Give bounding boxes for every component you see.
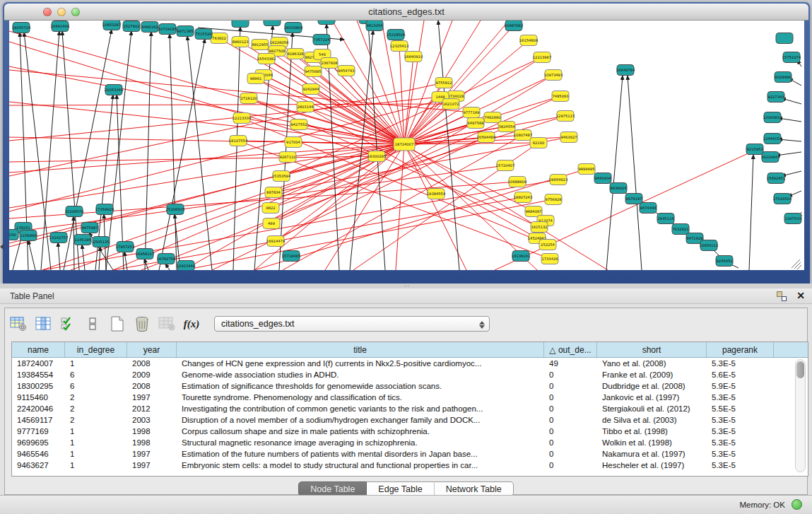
table-cell[interactable]: 5.3E-5 xyxy=(707,437,774,448)
table-row[interactable]: 1938455462009Genome-wide association stu… xyxy=(12,369,808,380)
graph-node[interactable]: 12325413 xyxy=(390,41,408,52)
graph-node[interactable]: 19384554 xyxy=(427,189,446,199)
table-cell[interactable]: 0 xyxy=(544,392,597,403)
graph-node[interactable]: 25206505 xyxy=(166,204,184,215)
table-cell[interactable]: Structural magnetic resonance image aver… xyxy=(177,437,544,448)
table-cell[interactable]: Dudbridge et al. (2008) xyxy=(597,380,707,392)
network-canvas[interactable]: 1872400718300295896012389129551822605898… xyxy=(9,21,804,270)
table-cell[interactable]: 6 xyxy=(65,380,127,392)
table-cell[interactable]: 5.3E-5 xyxy=(707,460,774,471)
table-cell[interactable]: 0 xyxy=(544,403,597,414)
graph-node[interactable]: 7632621 xyxy=(672,224,689,235)
select-columns-button[interactable] xyxy=(34,315,52,333)
table-cell[interactable]: 0 xyxy=(544,460,597,471)
network-window-titlebar[interactable]: citations_edges.txt xyxy=(4,4,808,21)
table-cell[interactable]: Jankovic et al. (1997) xyxy=(597,392,707,403)
graph-node[interactable]: 15751074 xyxy=(782,52,801,63)
graph-node[interactable]: 20887682 xyxy=(505,21,523,31)
graph-node[interactable]: 15718485 xyxy=(282,251,300,262)
graph-node[interactable]: 9756928 xyxy=(545,194,562,205)
table-cell[interactable]: Franke et al. (2009) xyxy=(597,369,707,380)
close-panel-icon[interactable]: ✕ xyxy=(796,290,805,301)
table-cell[interactable]: 1998 xyxy=(127,426,177,437)
graph-node[interactable]: 1145194 xyxy=(74,235,91,245)
graph-node[interactable]: 12213967 xyxy=(533,52,551,63)
graph-node[interactable]: 16640910 xyxy=(404,52,423,62)
table-cell[interactable]: 5.3E-5 xyxy=(707,426,774,437)
graph-node[interactable]: 15353594 xyxy=(272,171,291,182)
graph-node[interactable]: 763822 xyxy=(211,33,228,44)
graph-node[interactable]: 9463627 xyxy=(560,132,577,143)
graph-node[interactable]: 9899695 xyxy=(578,164,595,175)
table-cell[interactable]: 5.3E-5 xyxy=(707,392,774,403)
graph-node[interactable]: 16914479 xyxy=(266,236,285,247)
graph-node[interactable]: 16210643 xyxy=(761,152,779,163)
graph-node[interactable]: 14136141 xyxy=(512,251,530,262)
graph-node[interactable]: 20206576 xyxy=(65,206,83,217)
graph-node[interactable] xyxy=(232,21,249,28)
table-row[interactable]: 946554611997Estimation of the future num… xyxy=(12,448,808,460)
table-row[interactable]: 977716911998Corpus callosum shape and si… xyxy=(12,426,808,437)
table-cell[interactable]: 14569117 xyxy=(12,414,65,426)
table-cell[interactable]: 1998 xyxy=(127,437,177,448)
select-rows-check-button[interactable] xyxy=(59,315,77,333)
graph-node[interactable]: 17957253 xyxy=(116,242,134,252)
table-cell[interactable]: 0 xyxy=(544,426,597,437)
graph-node[interactable] xyxy=(264,21,281,26)
table-row[interactable]: 969969511998Structural magnetic resonanc… xyxy=(12,437,808,448)
graph-node[interactable]: 15720407 xyxy=(496,160,514,171)
graph-node[interactable]: 252254 xyxy=(539,240,556,250)
float-window-icon[interactable] xyxy=(777,291,787,301)
table-cell[interactable]: 1997 xyxy=(127,448,177,460)
graph-node[interactable]: 16648784 xyxy=(616,65,635,76)
splitter-handle-icon[interactable] xyxy=(404,285,410,288)
graph-node[interactable]: 8960123 xyxy=(232,37,249,47)
graph-node[interactable]: 9777169 xyxy=(463,107,480,118)
graph-node[interactable]: 16154808 xyxy=(519,35,538,46)
graph-node[interactable]: 9245652 xyxy=(716,256,733,267)
graph-node[interactable]: 8454743 xyxy=(338,66,355,76)
graph-node[interactable]: 18724007 xyxy=(394,138,415,151)
table-cell[interactable]: 1997 xyxy=(127,460,177,471)
graph-node[interactable]: 17016504 xyxy=(773,194,792,204)
table-cell[interactable]: 2 xyxy=(65,403,127,414)
tab-edge-table[interactable]: Edge Table xyxy=(367,481,434,496)
table-cell[interactable]: 9777169 xyxy=(12,426,65,437)
graph-node[interactable]: 489 xyxy=(263,218,280,229)
column-header-pagerank[interactable]: pagerank xyxy=(707,342,774,357)
graph-node[interactable]: 1187533 xyxy=(784,214,801,224)
graph-node[interactable]: 917004 xyxy=(285,137,302,148)
graph-node[interactable]: 9474444 xyxy=(640,203,657,214)
table-cell[interactable]: Changes of HCN gene expression and I(f) … xyxy=(177,358,544,369)
function-builder-button[interactable]: f(x) xyxy=(182,315,201,333)
graph-node[interactable]: 8215953 xyxy=(746,144,763,155)
table-row[interactable]: 911546021997Tourette syndrome. Phenomeno… xyxy=(12,392,808,403)
table-cell[interactable]: 9699695 xyxy=(12,437,65,448)
table-cell[interactable]: 1997 xyxy=(127,392,177,403)
table-cell[interactable]: 5.3E-5 xyxy=(707,358,774,369)
graph-node[interactable]: 12444154 xyxy=(763,134,782,144)
graph-node[interactable]: 2367608 xyxy=(321,58,338,69)
table-cell[interactable]: Tourette syndrome. Phenomenology and cla… xyxy=(177,392,544,403)
graph-node[interactable]: 8912955 xyxy=(252,40,269,50)
graph-node[interactable]: 12093832 xyxy=(763,112,782,123)
graph-node[interactable]: 887834 xyxy=(265,187,282,198)
table-cell[interactable]: de Silva et al. (2003) xyxy=(597,414,707,426)
collapse-left-arrow-icon[interactable] xyxy=(0,244,4,250)
table-row[interactable]: 946362711997Embryonic stem cells: a mode… xyxy=(12,460,808,471)
graph-node[interactable]: 8186328 xyxy=(287,49,304,59)
graph-node[interactable]: 9242844 xyxy=(302,84,319,95)
table-cell[interactable]: Wolkin et al. (1998) xyxy=(597,437,707,448)
graph-node[interactable]: 15692951 xyxy=(767,173,785,184)
table-cell[interactable]: 0 xyxy=(544,414,597,426)
table-cell[interactable]: 2003 xyxy=(127,414,177,426)
graph-node[interactable]: 3824554 xyxy=(498,122,515,132)
graph-node[interactable]: 6671385 xyxy=(177,26,194,37)
graph-node[interactable]: 18107554 xyxy=(229,136,248,146)
graph-node[interactable]: 8822 xyxy=(262,203,279,214)
graph-node[interactable]: 2935114 xyxy=(657,214,674,224)
column-header-title[interactable]: title xyxy=(177,342,544,357)
graph-node[interactable]: 15218506 xyxy=(387,30,405,40)
graph-node[interactable]: 19654923 xyxy=(549,175,567,185)
table-cell[interactable]: 2008 xyxy=(127,380,177,392)
